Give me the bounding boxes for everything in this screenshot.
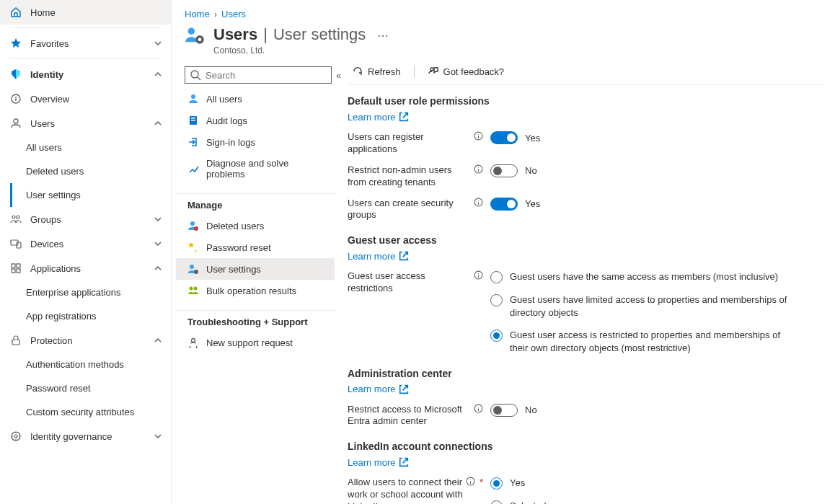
settings-content: Default user role permissions Learn more… — [348, 85, 835, 504]
linkedin-radio-selected[interactable] — [490, 500, 503, 504]
info-icon[interactable] — [474, 164, 483, 174]
menu-bulk-ops[interactable]: Bulk operation results — [176, 280, 335, 301]
nav-applications-label: Applications — [30, 263, 81, 274]
linkedin-allow-label: Allow users to connect their work or sch… — [348, 477, 463, 504]
menu-all-users[interactable]: All users — [176, 88, 335, 110]
guest-radio-3-label: Guest user access is restricted to prope… — [510, 329, 798, 354]
menu-audit-logs[interactable]: Audit logs — [176, 110, 335, 131]
menu-bulk-ops-label: Bulk operation results — [206, 286, 296, 296]
more-actions-button[interactable]: ⋯ — [377, 29, 389, 43]
svg-rect-19 — [191, 118, 195, 119]
menu-user-settings-label: User settings — [206, 264, 261, 275]
nav-identity[interactable]: Identity — [0, 62, 171, 87]
menu-signin-logs-label: Sign-in logs — [206, 137, 255, 148]
nav-devices[interactable]: Devices — [0, 231, 171, 256]
svg-point-21 — [190, 221, 195, 226]
learn-more-linkedin[interactable]: Learn more — [348, 456, 410, 468]
guest-radio-1[interactable] — [490, 271, 503, 283]
register-apps-toggle[interactable] — [490, 131, 518, 144]
svg-rect-7 — [17, 264, 20, 268]
main-area: Home › Users Users | User settings ⋯ Con… — [172, 0, 835, 504]
guest-radio-2[interactable] — [490, 294, 503, 306]
log-icon — [187, 115, 199, 126]
page-header: Users | User settings ⋯ Contoso, Ltd. — [172, 24, 835, 60]
menu-password-reset[interactable]: Password reset — [176, 236, 335, 258]
register-apps-value: Yes — [525, 133, 540, 143]
feedback-button[interactable]: Got feedback? — [423, 64, 509, 79]
nav-favorites[interactable]: Favorites — [0, 31, 171, 56]
feedback-label: Got feedback? — [443, 66, 505, 77]
learn-more-guest[interactable]: Learn more — [348, 250, 410, 262]
nav-all-users[interactable]: All users — [0, 136, 171, 159]
svg-rect-9 — [17, 269, 20, 273]
learn-more-default-role[interactable]: Learn more — [348, 111, 410, 123]
nav-deleted-users[interactable]: Deleted users — [0, 159, 171, 183]
menu-user-settings[interactable]: User settings — [176, 258, 335, 280]
nav-overview[interactable]: Overview — [0, 87, 171, 111]
nav-identity-label: Identity — [30, 69, 63, 80]
svg-point-25 — [194, 270, 198, 274]
menu-new-support[interactable]: New support request — [176, 332, 335, 353]
section-guest-title: Guest user access — [348, 234, 822, 246]
nav-groups[interactable]: Groups — [0, 207, 171, 231]
nav-protection-label: Protection — [30, 335, 73, 346]
chevron-down-icon — [154, 39, 162, 48]
nav-user-settings[interactable]: User settings — [0, 183, 171, 207]
chevron-up-icon — [154, 70, 162, 79]
refresh-icon — [352, 66, 363, 77]
groups-icon — [10, 213, 22, 225]
svg-point-17 — [191, 94, 195, 99]
menu-diagnose[interactable]: Diagnose and solve problems — [176, 153, 335, 185]
info-icon[interactable] — [474, 131, 483, 141]
breadcrumb-users[interactable]: Users — [221, 9, 246, 19]
guest-radio-3[interactable] — [490, 330, 503, 342]
chevron-down-icon — [154, 239, 162, 248]
linkedin-radio-yes[interactable] — [490, 477, 503, 490]
nav-identity-governance[interactable]: Identity governance — [0, 424, 171, 448]
nav-custom-security[interactable]: Custom security attributes — [0, 400, 171, 424]
nav-home[interactable]: Home — [0, 0, 171, 25]
breadcrumb-separator: › — [214, 9, 217, 19]
section-default-role-title: Default user role permissions — [348, 95, 822, 107]
search-box[interactable] — [185, 66, 332, 84]
deleted-user-icon — [187, 220, 199, 231]
menu-signin-logs[interactable]: Sign-in logs — [176, 131, 335, 153]
nav-enterprise-apps[interactable]: Enterprise applications — [0, 280, 171, 304]
breadcrumb-home[interactable]: Home — [185, 9, 210, 19]
nav-password-reset[interactable]: Password reset — [0, 376, 171, 400]
restrict-admin-toggle[interactable] — [490, 404, 518, 417]
collapse-menu-button[interactable]: « — [336, 70, 341, 81]
svg-point-24 — [190, 265, 194, 269]
svg-point-12 — [14, 435, 17, 438]
nav-auth-methods[interactable]: Authentication methods — [0, 353, 171, 376]
learn-more-admin[interactable]: Learn more — [348, 384, 410, 395]
required-indicator: * — [480, 477, 483, 489]
nav-applications[interactable]: Applications — [0, 256, 171, 280]
nav-users[interactable]: Users — [0, 111, 171, 136]
nav-password-reset-label: Password reset — [26, 383, 91, 394]
svg-point-23 — [189, 243, 193, 247]
restrict-admin-value: No — [525, 404, 537, 415]
nav-app-registrations-label: App registrations — [26, 311, 97, 322]
page-subtitle: Contoso, Ltd. — [213, 45, 389, 56]
nav-app-registrations[interactable]: App registrations — [0, 304, 171, 328]
svg-rect-6 — [12, 264, 15, 268]
nav-protection[interactable]: Protection — [0, 328, 171, 353]
signin-icon — [187, 136, 199, 148]
info-icon[interactable] — [466, 477, 475, 486]
identity-icon — [10, 68, 22, 80]
svg-point-29 — [430, 68, 433, 71]
info-icon[interactable] — [474, 198, 483, 207]
info-icon[interactable] — [474, 404, 483, 413]
svg-rect-20 — [191, 120, 195, 121]
nav-overview-label: Overview — [30, 94, 69, 105]
refresh-label: Refresh — [368, 66, 401, 77]
info-icon[interactable] — [474, 270, 483, 280]
svg-point-1 — [14, 119, 18, 123]
security-groups-toggle[interactable] — [490, 198, 518, 211]
svg-rect-10 — [12, 340, 19, 345]
refresh-button[interactable]: Refresh — [348, 64, 405, 79]
restrict-tenants-toggle[interactable] — [490, 164, 518, 177]
menu-deleted-users[interactable]: Deleted users — [176, 215, 335, 236]
search-input[interactable] — [206, 70, 327, 81]
